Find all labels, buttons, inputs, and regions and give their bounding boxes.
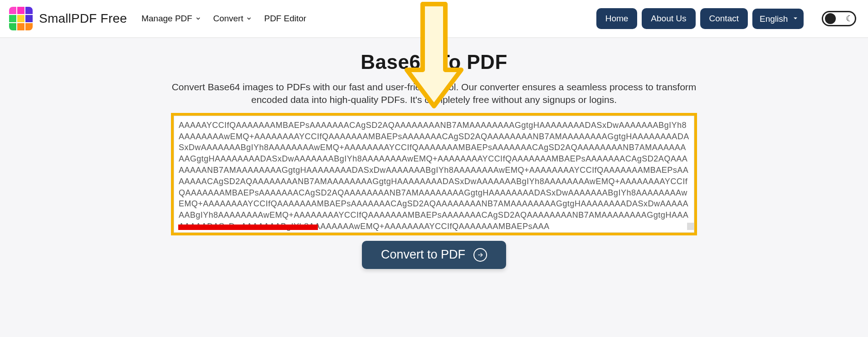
menu-pdf-editor[interactable]: PDF Editor (264, 14, 306, 24)
language-select[interactable]: English (752, 9, 804, 29)
moon-icon: ☾ (846, 15, 853, 23)
convert-button[interactable]: Convert to PDF (362, 241, 506, 269)
nav-about-button[interactable]: About Us (642, 8, 695, 29)
toggle-knob (825, 13, 836, 24)
chevron-down-icon (195, 15, 201, 22)
convert-button-label: Convert to PDF (381, 248, 465, 261)
brand-logo[interactable]: SmallPDF Free (9, 7, 127, 30)
arrow-right-circle-icon (473, 248, 487, 262)
nav-home-button[interactable]: Home (596, 8, 638, 29)
scrollbar-corner (687, 223, 694, 230)
menu-label: PDF Editor (264, 14, 306, 24)
menu-label: Convert (213, 14, 244, 24)
page-description: Convert Base64 images to PDFs with our f… (166, 81, 702, 107)
base64-textarea[interactable] (174, 116, 694, 233)
main-menu: Manage PDF Convert PDF Editor (141, 14, 306, 24)
nav-buttons: Home About Us Contact English (596, 8, 804, 29)
menu-manage-pdf[interactable]: Manage PDF (141, 14, 201, 24)
theme-toggle[interactable]: ☾ (822, 11, 856, 26)
logo-icon (9, 7, 33, 30)
spellcheck-underline (178, 225, 318, 230)
brand-name: SmallPDF Free (39, 11, 127, 26)
chevron-down-icon (246, 15, 252, 22)
nav-contact-button[interactable]: Contact (700, 8, 748, 29)
page-title: Base64 To PDF (0, 51, 868, 73)
header: SmallPDF Free Manage PDF Convert PDF Edi… (0, 0, 868, 38)
menu-label: Manage PDF (141, 14, 192, 24)
base64-input-wrap (171, 113, 697, 235)
menu-convert[interactable]: Convert (213, 14, 253, 24)
main-content: Base64 To PDF Convert Base64 images to P… (0, 38, 868, 337)
